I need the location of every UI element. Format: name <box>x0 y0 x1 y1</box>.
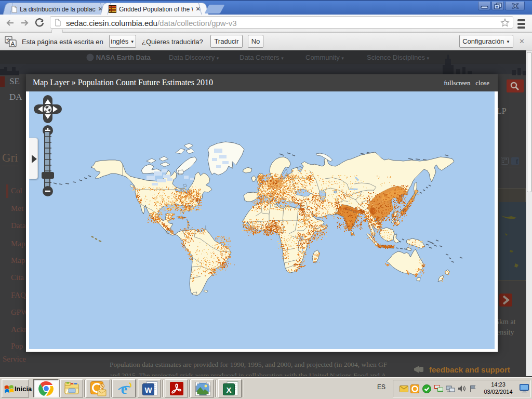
svg-text:W: W <box>144 385 152 394</box>
svg-text:f: f <box>516 157 518 165</box>
svg-text:A: A <box>11 41 15 47</box>
svg-text:e: e <box>121 381 127 397</box>
svg-text:X: X <box>226 385 231 394</box>
